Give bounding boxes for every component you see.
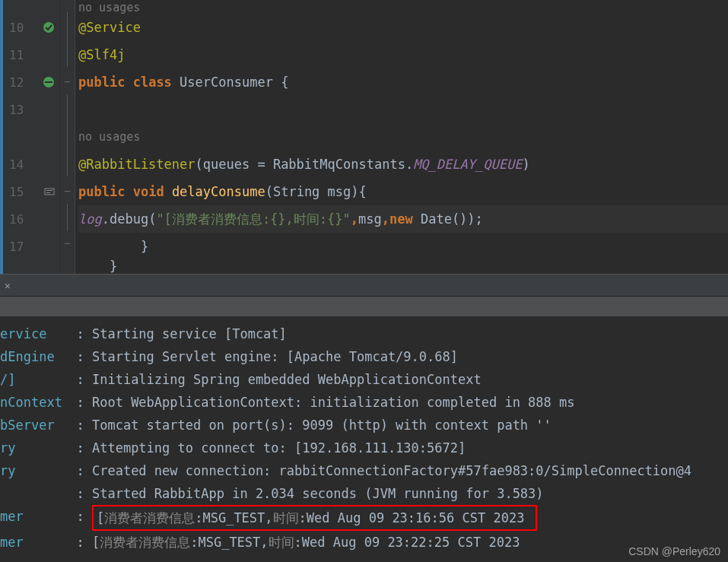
log-message: Tomcat started on port(s): 9099 (http) w…: [92, 414, 552, 437]
code-line[interactable]: public void delayConsume(String msg){: [78, 178, 728, 205]
code-area[interactable]: no usages @Service @Slf4j public class U…: [75, 0, 728, 274]
status-ok-icon: [43, 21, 55, 33]
class-status-icon: [43, 76, 55, 88]
svg-rect-3: [45, 189, 54, 195]
fold-toggle[interactable]: [60, 176, 75, 204]
fold-marker: [60, 204, 75, 231]
gutter-line: [3, 123, 59, 151]
log-class-name: ry: [0, 437, 61, 459]
fold-column[interactable]: [60, 0, 75, 274]
gutter-line: 16: [3, 205, 59, 233]
log-line: dEngine : Starting Servlet engine: [Apac…: [0, 345, 728, 368]
log-line: : Started RabbitApp in 2.034 seconds (JV…: [0, 482, 728, 505]
svg-point-0: [43, 22, 54, 33]
log-line: bServer : Tomcat started on port(s): 909…: [0, 414, 728, 437]
inlay-hint: no usages: [78, 1, 140, 14]
gutter-line: 10: [3, 14, 59, 41]
annotation: @Service: [78, 20, 141, 35]
console-output[interactable]: ervice : Starting service [Tomcat]dEngin…: [0, 316, 728, 560]
gutter-line: [3, 2, 59, 14]
log-line: ry : Created new connection: rabbitConne…: [0, 459, 728, 482]
inlay-hint: no usages: [78, 130, 140, 144]
log-line: mer : [消费者消费信息:MSG_TEST,时间:Wed Aug 09 23…: [0, 505, 728, 531]
gutter-line: 11: [3, 41, 59, 68]
log-message: Root WebApplicationContext: initializati…: [92, 391, 575, 414]
gutter-line: [3, 260, 59, 272]
log-line: ry : Attempting to connect to: [192.168.…: [0, 437, 728, 459]
code-editor[interactable]: 10 11 12 13 14 15 16 17: [0, 0, 728, 274]
log-message: Started RabbitApp in 2.034 seconds (JVM …: [92, 482, 544, 505]
close-icon[interactable]: ✕: [5, 280, 11, 291]
gutter-line: 15: [3, 178, 59, 205]
fold-marker: [60, 122, 75, 149]
code-line[interactable]: @Slf4j: [78, 41, 728, 68]
log-class-name: mer: [0, 531, 61, 554]
code-line[interactable]: public class UserConsumer {: [78, 68, 728, 96]
gutter-line: 14: [3, 151, 59, 178]
log-line: /] : Initializing Spring embedded WebApp…: [0, 368, 728, 391]
log-class-name: [0, 482, 61, 505]
annotation: @Slf4j: [78, 47, 125, 62]
tool-panel-header[interactable]: ✕: [0, 274, 728, 297]
log-line: mer : [消费者消费信息:MSG_TEST,时间:Wed Aug 09 23…: [0, 531, 728, 554]
code-line[interactable]: no usages: [78, 123, 728, 151]
fold-toggle[interactable]: [60, 67, 75, 94]
log-message: Starting service [Tomcat]: [92, 322, 287, 345]
log-class-name: /]: [0, 368, 61, 391]
fold-marker: [60, 94, 75, 122]
gutter: 10 11 12 13 14 15 16 17: [3, 0, 60, 274]
panel-filler: [0, 297, 728, 316]
svg-rect-4: [46, 190, 52, 191]
fold-toggle[interactable]: [60, 231, 75, 259]
method-hint-icon: [44, 186, 55, 197]
fold-marker: [60, 40, 75, 67]
log-class-name: ervice: [0, 322, 61, 345]
log-message: Created new connection: rabbitConnection…: [92, 459, 691, 482]
watermark: CSDN @Perley620: [628, 545, 720, 557]
log-message: Initializing Spring embedded WebApplicat…: [92, 368, 482, 391]
fold-marker: [60, 149, 75, 176]
log-line: nContext : Root WebApplicationContext: i…: [0, 391, 728, 414]
fold-marker: [60, 12, 75, 40]
gutter-line: 13: [3, 96, 59, 123]
svg-rect-5: [46, 192, 50, 193]
annotation: @RabbitListener: [78, 157, 196, 172]
log-line: ervice : Starting service [Tomcat]: [0, 322, 728, 345]
code-line[interactable]: }: [78, 260, 728, 272]
gutter-line: 17: [3, 233, 59, 260]
log-class-name: ry: [0, 459, 61, 482]
log-message: [消费者消费信息:MSG_TEST,时间:Wed Aug 09 23:22:25…: [92, 531, 520, 554]
log-message: Attempting to connect to: [192.168.111.1…: [92, 437, 466, 459]
code-line[interactable]: @Service: [78, 14, 728, 41]
code-line[interactable]: @RabbitListener(queues = RabbitMqConstan…: [78, 151, 728, 178]
log-class-name: mer: [0, 505, 61, 531]
svg-rect-2: [45, 81, 52, 83]
code-line-current[interactable]: log.debug("[消费者消费信息:{},时间:{}",msg,new Da…: [78, 205, 728, 233]
code-line[interactable]: }: [78, 233, 728, 260]
log-message: [消费者消费信息:MSG_TEST,时间:Wed Aug 09 23:16:56…: [92, 505, 537, 531]
log-class-name: nContext: [0, 391, 61, 414]
code-line[interactable]: [78, 96, 728, 123]
log-class-name: bServer: [0, 414, 61, 437]
log-message: Starting Servlet engine: [Apache Tomcat/…: [92, 345, 458, 368]
log-class-name: dEngine: [0, 345, 61, 368]
gutter-line: 12: [3, 68, 59, 96]
